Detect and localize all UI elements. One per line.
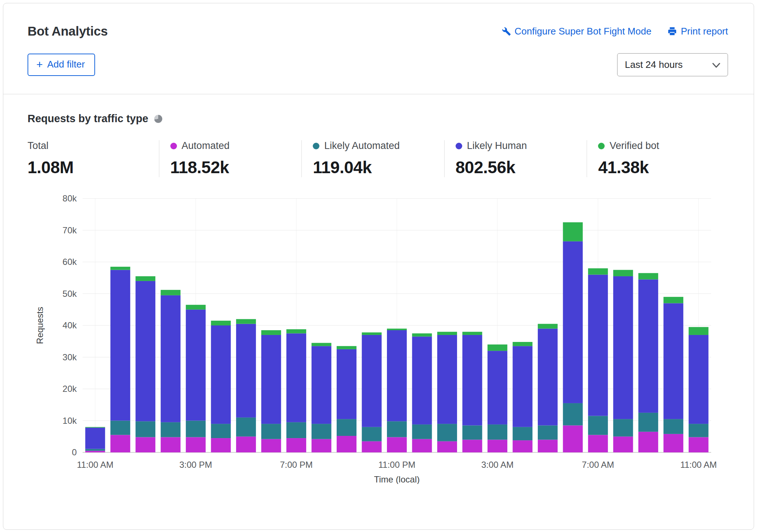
svg-text:70k: 70k [62,225,77,235]
pie-chart-icon [154,115,162,123]
stat-likely-human: Likely Human 802.56k [444,140,587,177]
stat-value: 41.38k [598,157,729,177]
requests-chart-container: 010k20k30k40k50k60k70k80k11:00 AM3:00 PM… [28,194,729,485]
add-filter-label: Add filter [47,59,85,70]
chevron-down-icon [712,59,720,70]
stat-likely-automated: Likely Automated 119.04k [301,140,444,177]
svg-text:Requests: Requests [35,307,45,344]
traffic-stats-row: Total 1.08M Automated 118.52k Likely Aut… [28,140,729,177]
svg-text:3:00 PM: 3:00 PM [179,460,212,470]
card-body: Requests by traffic type Total 1.08M Aut… [3,94,754,485]
svg-text:3:00 AM: 3:00 AM [481,460,514,470]
print-report-link[interactable]: Print report [667,26,728,37]
verified-bot-legend-dot [598,143,605,149]
stat-label: Likely Human [467,140,527,152]
likely-human-legend-dot [456,143,462,149]
svg-text:20k: 20k [62,384,77,394]
svg-text:30k: 30k [62,352,77,362]
svg-text:11:00 PM: 11:00 PM [378,460,416,470]
section-title: Requests by traffic type [28,113,148,125]
stat-label: Automated [182,140,230,152]
svg-text:10k: 10k [62,416,77,426]
configure-super-bot-fight-mode-link[interactable]: Configure Super Bot Fight Mode [501,26,652,37]
svg-text:7:00 PM: 7:00 PM [280,460,312,470]
bot-analytics-card: Bot Analytics Configure Super Bot Fight … [3,3,754,530]
plus-icon: + [36,59,43,70]
requests-stacked-bar-chart[interactable]: 010k20k30k40k50k60k70k80k11:00 AM3:00 PM… [28,194,725,484]
svg-text:11:00 AM: 11:00 AM [680,460,717,470]
svg-text:Time (local): Time (local) [374,474,420,484]
automated-legend-dot [170,143,177,149]
stat-value: 118.52k [170,157,302,177]
add-filter-button[interactable]: + Add filter [28,54,95,76]
stat-value: 119.04k [313,157,444,177]
print-link-label: Print report [681,26,728,37]
svg-text:0: 0 [72,447,77,457]
stat-total: Total 1.08M [28,140,159,177]
stat-label: Total [28,140,48,152]
card-header: Bot Analytics Configure Super Bot Fight … [3,3,754,94]
stat-value: 802.56k [456,157,587,177]
svg-text:50k: 50k [62,289,77,299]
configure-link-label: Configure Super Bot Fight Mode [515,26,652,37]
printer-icon [667,26,677,36]
stat-verified-bot: Verified bot 41.38k [587,140,729,177]
stat-value: 1.08M [28,157,159,177]
page-title: Bot Analytics [28,24,108,39]
likely-automated-legend-dot [313,143,319,149]
svg-text:40k: 40k [62,320,77,330]
svg-text:7:00 AM: 7:00 AM [582,460,614,470]
wrench-icon [501,26,511,36]
svg-text:11:00 AM: 11:00 AM [77,460,113,470]
header-links: Configure Super Bot Fight Mode Print rep… [501,26,728,37]
stat-automated: Automated 118.52k [159,140,302,177]
time-range-dropdown[interactable]: Last 24 hours [617,53,728,76]
stat-label: Likely Automated [324,140,400,152]
svg-text:60k: 60k [62,257,77,267]
stat-label: Verified bot [609,140,659,152]
svg-text:80k: 80k [62,194,77,203]
time-range-value: Last 24 hours [625,59,683,70]
